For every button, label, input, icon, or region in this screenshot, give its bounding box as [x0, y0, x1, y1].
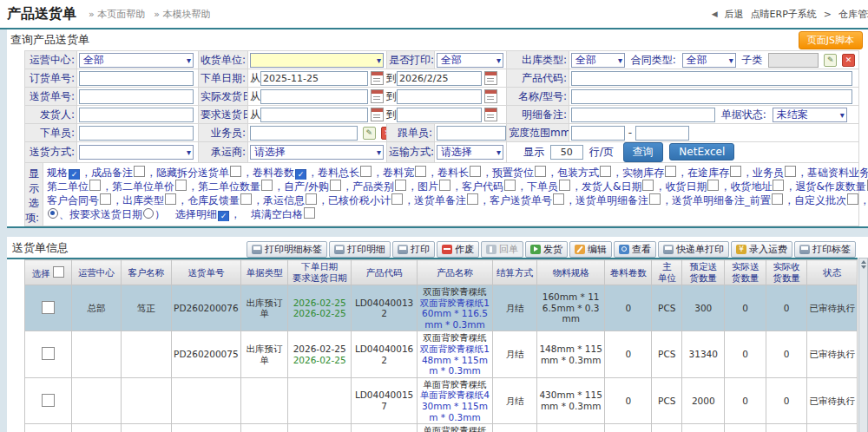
option-checkbox[interactable]	[415, 166, 426, 177]
void-button[interactable]: 作废	[437, 241, 479, 258]
select-detail-checkbox[interactable]: ✓	[218, 211, 229, 221]
sort-by-order-date-radio[interactable]	[48, 208, 58, 219]
help-module-link[interactable]: » 本模块帮助	[154, 8, 210, 21]
order-date-to-input[interactable]	[397, 71, 482, 86]
option-checkbox[interactable]	[773, 180, 784, 191]
option-checkbox[interactable]	[240, 193, 252, 205]
required-date-to-input[interactable]	[397, 108, 482, 122]
calendar-icon[interactable]	[371, 89, 384, 103]
print-detail-button[interactable]: 打印明细	[329, 241, 391, 258]
product-link[interactable]: 单面背胶青稞纸430mm * 115mm * 0.3mm	[420, 389, 490, 422]
page-size-input[interactable]	[550, 145, 583, 160]
option-checkbox[interactable]	[772, 193, 783, 205]
express-print-button[interactable]: 快递单打印	[658, 241, 729, 258]
option-checkbox[interactable]	[785, 166, 796, 177]
ship-button[interactable]: 发货	[525, 241, 568, 258]
option-checkbox[interactable]	[504, 180, 516, 191]
delivery-no-input[interactable]	[79, 89, 194, 104]
option-checkbox[interactable]	[600, 166, 611, 177]
print-detail-label-button[interactable]: 打印明细标签	[247, 241, 327, 258]
ship-date-from-input[interactable]	[260, 89, 368, 104]
width-min-input[interactable]	[571, 126, 625, 141]
option-checkbox[interactable]	[360, 166, 372, 177]
option-checkbox[interactable]	[847, 193, 858, 205]
transport-method-select[interactable]: 请选择	[437, 145, 503, 160]
page-js-button[interactable]: 页面JS脚本	[799, 31, 863, 49]
name-model-input[interactable]	[571, 89, 852, 104]
row-select-checkbox[interactable]	[42, 301, 55, 314]
calendar-icon[interactable]	[371, 71, 384, 85]
option-checkbox[interactable]	[230, 166, 241, 177]
back-link[interactable]: 后退	[725, 8, 744, 21]
option-checkbox[interactable]	[439, 180, 450, 191]
delivery-method-select[interactable]	[79, 145, 194, 160]
option-checkbox[interactable]	[665, 166, 676, 177]
calendar-icon[interactable]	[484, 89, 497, 103]
collapse-strip[interactable]	[858, 258, 868, 432]
operations-center-select[interactable]: 全部	[79, 53, 194, 68]
doc-status-select[interactable]: 未结案	[773, 108, 847, 122]
option-checkbox[interactable]	[100, 193, 111, 205]
outbound-type-select[interactable]: 全部	[571, 53, 625, 68]
option-checkbox[interactable]	[330, 180, 341, 191]
is-printed-select[interactable]: 全部	[437, 53, 503, 68]
option-checkbox[interactable]	[559, 180, 570, 191]
merchandiser-input[interactable]	[437, 126, 506, 141]
netexcel-button[interactable]: NetExcel	[669, 143, 734, 160]
option-checkbox[interactable]	[467, 193, 478, 205]
width-max-input[interactable]	[635, 126, 689, 141]
product-link[interactable]: 双面背胶青稞纸160mm * 116.5mm * 0.3mm	[420, 298, 490, 330]
option-checkbox[interactable]	[642, 180, 654, 191]
order-no-input[interactable]	[79, 71, 194, 86]
option-checkbox[interactable]	[730, 166, 741, 177]
option-checkbox[interactable]	[553, 193, 564, 205]
view-button[interactable]: 查看	[614, 241, 656, 258]
option-checkbox[interactable]	[391, 193, 403, 205]
option-checkbox[interactable]	[261, 180, 273, 191]
row-select-checkbox[interactable]	[42, 394, 55, 407]
required-date-from-input[interactable]	[260, 108, 368, 122]
query-button[interactable]: 查询	[623, 142, 663, 162]
carrier-select[interactable]: 请选择	[250, 145, 384, 160]
product-link[interactable]: 双面背胶青稞纸148mm * 115mm * 0.3mm	[420, 344, 490, 376]
select-all-checkbox[interactable]	[53, 266, 64, 278]
salesman-input[interactable]	[250, 126, 358, 141]
shipper-input[interactable]	[79, 108, 194, 122]
clear-icon[interactable]: ✕	[381, 127, 387, 140]
freight-entry-button[interactable]: 录入运费	[731, 241, 792, 258]
calendar-icon[interactable]	[484, 71, 497, 85]
picker-icon[interactable]: ✎	[363, 127, 376, 140]
ship-date-to-input[interactable]	[397, 89, 482, 104]
help-page-link[interactable]: » 本页面帮助	[89, 8, 145, 21]
picker-icon[interactable]: ✎	[824, 54, 837, 67]
option-checkbox[interactable]	[175, 180, 187, 191]
option-checkbox[interactable]	[535, 166, 546, 177]
detail-note-input[interactable]	[571, 108, 715, 122]
row-select-checkbox[interactable]	[42, 347, 55, 360]
print-label-button[interactable]: 打印标签	[794, 241, 856, 258]
clear-icon[interactable]: ✕	[842, 54, 855, 67]
system-link[interactable]: 点睛ERP子系统	[751, 8, 817, 21]
module-link[interactable]: 仓库管理	[838, 8, 868, 21]
sort-by-required-date-radio[interactable]	[143, 208, 154, 219]
option-checkbox[interactable]: ✓	[69, 169, 80, 180]
calendar-icon[interactable]	[484, 108, 497, 121]
option-checkbox[interactable]	[306, 193, 317, 205]
option-checkbox[interactable]	[707, 180, 719, 191]
print-button[interactable]: 打印	[392, 241, 435, 258]
product-code-input[interactable]	[571, 71, 852, 86]
calendar-icon[interactable]	[371, 108, 384, 121]
option-checkbox[interactable]: ✓	[295, 169, 306, 180]
edit-button[interactable]: 编辑	[569, 241, 612, 258]
order-date-from-input[interactable]	[260, 71, 368, 86]
option-checkbox[interactable]	[165, 193, 176, 205]
option-checkbox[interactable]	[649, 193, 661, 205]
receiver-unit-select[interactable]	[250, 53, 384, 68]
order-clerk-input[interactable]	[79, 126, 194, 141]
option-checkbox[interactable]	[89, 180, 101, 191]
fill-blank-checkbox[interactable]	[304, 207, 315, 219]
option-checkbox[interactable]	[395, 180, 406, 191]
subtype-field[interactable]	[768, 53, 819, 68]
option-checkbox[interactable]	[134, 166, 145, 177]
contract-type-select[interactable]: 全部	[682, 53, 736, 68]
